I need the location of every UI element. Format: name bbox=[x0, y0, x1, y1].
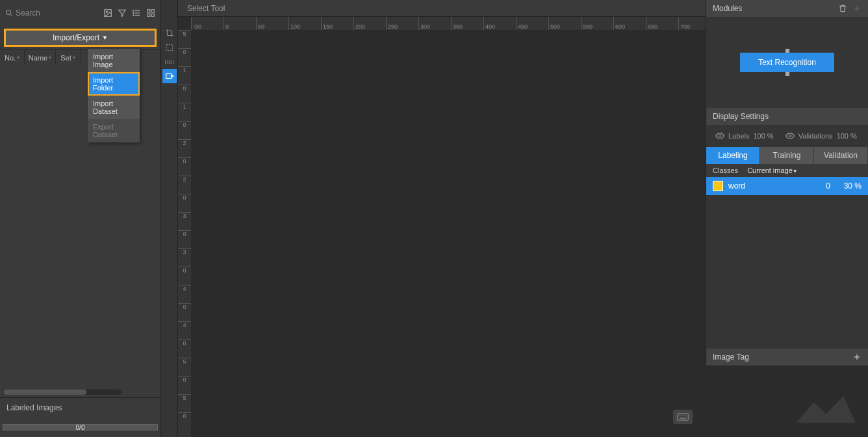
ruler-vtick: 0 bbox=[178, 230, 191, 237]
labels-text: Labels bbox=[728, 132, 749, 140]
ruler-tick: 650 bbox=[646, 17, 657, 30]
dropdown-export-dataset: Export Dataset bbox=[88, 119, 140, 142]
dropdown-import-dataset[interactable]: Import Dataset bbox=[88, 96, 140, 119]
tool-roi[interactable]: ROI bbox=[162, 55, 177, 69]
filter-icon[interactable] bbox=[118, 8, 127, 18]
tool-strip: ROI bbox=[161, 0, 178, 437]
ruler-vtick: 2 bbox=[178, 139, 191, 146]
canvas-area: -500501001502002503003504004505005506006… bbox=[178, 17, 706, 437]
list-icon[interactable] bbox=[132, 8, 141, 18]
modules-title: Modules bbox=[713, 4, 742, 13]
tool-export[interactable] bbox=[162, 69, 177, 83]
mode-tabs: Labeling Training Validation bbox=[706, 147, 868, 164]
ruler-vtick: 5 bbox=[178, 30, 191, 37]
sort-icon: ▾ bbox=[73, 55, 75, 60]
import-export-dropdown: Import Image Import Folder Import Datase… bbox=[88, 49, 140, 142]
plus-icon[interactable] bbox=[852, 352, 862, 362]
sort-icon: ▾ bbox=[49, 55, 51, 60]
ruler-vtick: 4 bbox=[178, 285, 191, 292]
classes-row: Classes Current image▼ bbox=[706, 164, 868, 177]
right-panel: Modules Text Recognition Display Setting… bbox=[706, 0, 868, 437]
canvas[interactable] bbox=[191, 30, 706, 437]
svg-rect-14 bbox=[166, 44, 172, 50]
ruler-tick: 350 bbox=[451, 17, 463, 30]
ruler-vtick: 3 bbox=[178, 248, 191, 256]
tool-select[interactable] bbox=[162, 40, 177, 55]
watermark-icon bbox=[790, 391, 862, 430]
ruler-tick: 550 bbox=[581, 17, 593, 30]
keyboard-icon[interactable] bbox=[673, 410, 693, 424]
display-settings-row: Labels 100 % Validations 100 % bbox=[706, 125, 868, 147]
svg-point-9 bbox=[133, 15, 134, 16]
image-tag-header: Image Tag bbox=[706, 349, 868, 365]
svg-rect-15 bbox=[166, 74, 171, 79]
center-panel: Select Tool -500501001502002503003504004… bbox=[178, 0, 706, 437]
tool-crop[interactable] bbox=[162, 26, 177, 40]
tab-training[interactable]: Training bbox=[760, 147, 814, 164]
scrollbar-thumb[interactable] bbox=[4, 390, 86, 395]
svg-point-0 bbox=[6, 10, 11, 15]
svg-point-8 bbox=[133, 12, 134, 13]
class-count: 0 bbox=[817, 181, 830, 191]
grid-icon[interactable] bbox=[146, 8, 155, 18]
dropdown-import-image[interactable]: Import Image bbox=[88, 49, 140, 72]
ruler-horizontal: -500501001502002503003504004505005506006… bbox=[191, 17, 706, 30]
ruler-vtick: 0 bbox=[178, 303, 191, 310]
plus-icon[interactable] bbox=[852, 4, 862, 13]
column-set[interactable]: Set▾ bbox=[56, 50, 81, 65]
sort-icon: ▾ bbox=[17, 55, 19, 60]
left-panel: Import/Export ▼ Import Image Import Fold… bbox=[0, 0, 161, 437]
caret-down-icon: ▼ bbox=[793, 168, 798, 174]
module-node-text-recognition[interactable]: Text Recognition bbox=[740, 53, 834, 72]
select-tool-bar: Select Tool bbox=[178, 0, 706, 17]
ruler-tick: 400 bbox=[483, 17, 495, 30]
tab-labeling[interactable]: Labeling bbox=[706, 147, 760, 164]
ruler-vtick: 0 bbox=[178, 267, 191, 274]
svg-rect-10 bbox=[147, 10, 150, 12]
ruler-tick: 450 bbox=[516, 17, 528, 30]
ruler-vtick: 5 bbox=[178, 394, 191, 401]
gallery-icon[interactable] bbox=[103, 8, 112, 18]
svg-point-25 bbox=[789, 135, 791, 137]
column-no[interactable]: No.▾ bbox=[0, 50, 25, 65]
horizontal-scrollbar[interactable] bbox=[4, 390, 121, 395]
ruler-tick: 250 bbox=[386, 17, 398, 30]
svg-rect-13 bbox=[151, 14, 154, 16]
ruler-vtick: 1 bbox=[178, 66, 191, 73]
class-pct: 30 % bbox=[836, 181, 862, 191]
ruler-vtick: 3 bbox=[178, 212, 191, 219]
select-tool-label: Select Tool bbox=[187, 4, 225, 13]
ruler-tick: 150 bbox=[321, 17, 333, 30]
class-item-word[interactable]: word 0 30 % bbox=[706, 177, 868, 195]
validations-text: Validations bbox=[798, 132, 833, 140]
svg-rect-11 bbox=[151, 10, 154, 12]
image-tag-body bbox=[706, 365, 868, 437]
eye-icon[interactable] bbox=[785, 131, 795, 140]
ruler-vtick: 0 bbox=[178, 121, 191, 128]
ruler-vtick: 0 bbox=[178, 412, 191, 419]
trash-icon[interactable] bbox=[838, 4, 847, 13]
column-name[interactable]: Name▾ bbox=[25, 50, 56, 65]
ruler-vtick: 1 bbox=[178, 103, 191, 110]
search-bar bbox=[0, 0, 160, 26]
search-input[interactable] bbox=[16, 8, 81, 18]
svg-point-24 bbox=[719, 135, 721, 137]
import-export-button[interactable]: Import/Export ▼ Import Image Import Fold… bbox=[4, 29, 157, 47]
ruler-vertical: 5010102020303040405050 bbox=[178, 30, 191, 437]
svg-rect-12 bbox=[147, 14, 150, 16]
modules-header: Modules bbox=[706, 0, 868, 17]
progress-text: 0/0 bbox=[76, 424, 85, 431]
classes-scope-dropdown[interactable]: Current image▼ bbox=[747, 166, 798, 174]
tab-validation[interactable]: Validation bbox=[814, 147, 868, 164]
ruler-vtick: 0 bbox=[178, 157, 191, 165]
ruler-vtick: 0 bbox=[178, 194, 191, 201]
ruler-tick: 600 bbox=[613, 17, 625, 30]
ruler-vtick: 0 bbox=[178, 339, 191, 347]
svg-rect-16 bbox=[678, 414, 689, 421]
ruler-vtick: 4 bbox=[178, 321, 191, 328]
ruler-vtick: 0 bbox=[178, 376, 191, 383]
dropdown-import-folder[interactable]: Import Folder bbox=[88, 72, 140, 96]
svg-point-3 bbox=[106, 11, 107, 12]
eye-icon[interactable] bbox=[715, 131, 724, 140]
ruler-tick: -50 bbox=[191, 17, 201, 30]
